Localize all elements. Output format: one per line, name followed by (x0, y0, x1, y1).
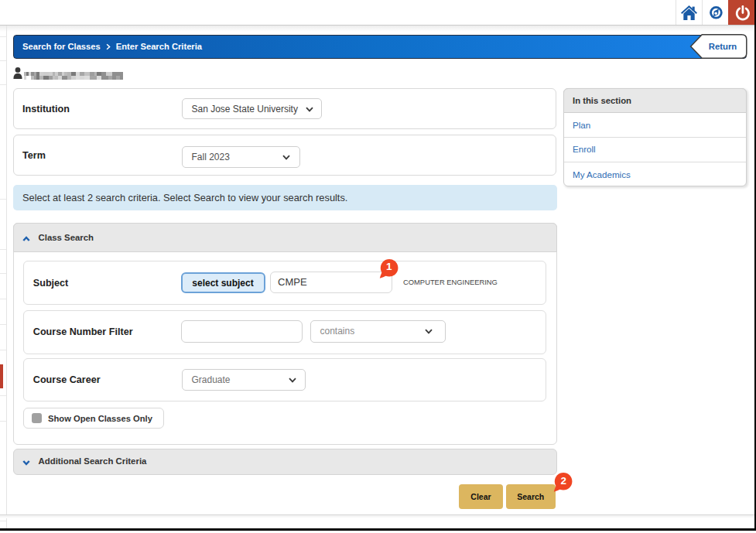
svg-text:Return: Return (709, 42, 737, 51)
